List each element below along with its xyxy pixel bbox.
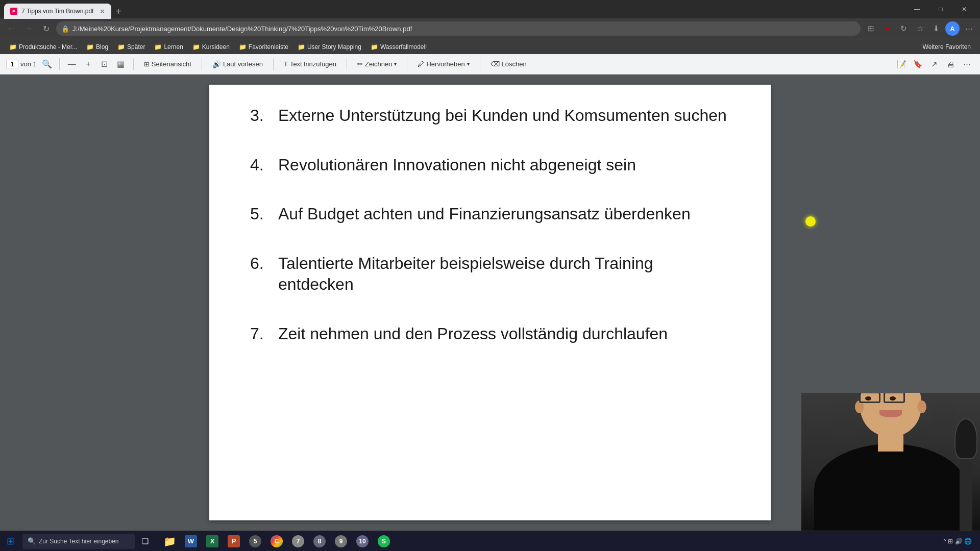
item-text: Revolutionären Innovationen nicht abgene… xyxy=(278,155,636,176)
refresh-nav-button[interactable]: ↻ xyxy=(896,21,911,36)
app5[interactable]: 5 xyxy=(245,531,265,552)
file-explorer-icon: 📁 xyxy=(163,535,176,547)
taskbar-search-icon: 🔍 xyxy=(28,537,36,545)
bookmark-spaeter[interactable]: 📁 Später xyxy=(113,42,149,52)
pdf-view-mode-button[interactable]: ▦ xyxy=(115,58,127,70)
pdf-list: 3. Externe Unterstützung bei Kunden und … xyxy=(250,105,730,345)
file-explorer-app[interactable]: 📁 xyxy=(159,531,180,552)
pdf-more-button[interactable]: ⋯ xyxy=(960,57,974,71)
read-aloud-icon: 🔊 xyxy=(212,60,221,68)
separator-6 xyxy=(407,58,407,70)
separator-5 xyxy=(347,58,347,70)
forward-button[interactable]: → xyxy=(21,21,36,36)
bookmark-wasserfallmodell[interactable]: 📁 Wasserfallmodell xyxy=(366,42,431,52)
tab-title: 7 Tipps von Tim Brown.pdf xyxy=(21,8,93,15)
back-button[interactable]: ← xyxy=(4,21,18,36)
refresh-button[interactable]: ↻ xyxy=(39,21,53,36)
pdf-share-button[interactable]: ↗ xyxy=(927,57,941,71)
highlight-button[interactable]: 🖊 Hervorheben ▾ xyxy=(413,58,473,70)
word-icon: W xyxy=(185,535,197,547)
app7[interactable]: 7 xyxy=(288,531,308,552)
active-tab[interactable]: P 7 Tipps von Tim Brown.pdf ✕ xyxy=(4,4,111,19)
tab-bar: P 7 Tipps von Tim Brown.pdf ✕ + xyxy=(4,0,901,18)
bookmark-label: Wasserfallmodell xyxy=(380,43,427,51)
star-button[interactable]: ☆ xyxy=(913,21,927,36)
read-aloud-label: Laut vorlesen xyxy=(223,60,263,68)
chrome-app[interactable]: C xyxy=(266,531,287,552)
extensions-button[interactable]: ⊞ xyxy=(864,21,878,36)
close-button[interactable]: ✕ xyxy=(952,0,976,18)
draw-button[interactable]: ✏ Zeichnen ▾ xyxy=(353,58,401,70)
taskview-button[interactable]: ❑ xyxy=(135,531,155,552)
pdf-print-button[interactable]: 🖨 xyxy=(943,57,958,71)
pdf-bookmark-btn[interactable]: 🔖 xyxy=(911,57,925,71)
add-text-button[interactable]: T Text hinzufügen xyxy=(280,58,340,70)
nav-bar: ← → ↻ 🔒 J:/Meine%20Kurse/Projektmanageme… xyxy=(0,18,980,39)
pageview-label: Seitenansicht xyxy=(152,60,191,68)
pdf-search-button[interactable]: 🔍 xyxy=(41,58,53,70)
excel-icon: X xyxy=(206,535,218,547)
app9[interactable]: 9 xyxy=(331,531,351,552)
taskbar-search[interactable]: 🔍 Zur Suche Text hier eingeben xyxy=(22,534,135,549)
app10[interactable]: 10 xyxy=(352,531,373,552)
system-tray: ^ ⊞ 🔊 🌐 xyxy=(939,538,976,545)
pdf-zoom-in-button[interactable]: + xyxy=(82,58,94,70)
powerpoint-icon: P xyxy=(228,535,240,547)
bookmarks-bar: 📁 Produktsuche - Mer... 📁 Blog 📁 Später … xyxy=(0,39,980,54)
highlight-chevron-icon: ▾ xyxy=(467,61,470,67)
excel-app[interactable]: X xyxy=(202,531,223,552)
erase-label: Löschen xyxy=(502,60,527,68)
app10-icon: 10 xyxy=(356,535,369,547)
item-text: Auf Budget achten und Finanzierungsansat… xyxy=(278,204,691,225)
pdf-fit-button[interactable]: ⊡ xyxy=(99,58,111,70)
spotify-icon: S xyxy=(378,535,390,547)
bookmarks-more-button[interactable]: Weitere Favoriten xyxy=(919,42,975,52)
profile-button[interactable]: A xyxy=(945,21,960,36)
word-app[interactable]: W xyxy=(181,531,201,552)
bookmark-label: Später xyxy=(127,43,145,51)
save-button[interactable]: ⬇ xyxy=(929,21,943,36)
bookmark-blog[interactable]: 📁 Blog xyxy=(82,42,112,52)
bookmark-kursideen[interactable]: 📁 Kursideen xyxy=(188,42,234,52)
taskview-icon: ❑ xyxy=(142,537,149,546)
zoom-button[interactable]: ● xyxy=(880,21,894,36)
minimize-button[interactable]: — xyxy=(905,0,929,18)
draw-chevron-icon: ▾ xyxy=(394,61,397,67)
separator-1 xyxy=(59,58,60,70)
bookmark-user-story-mapping[interactable]: 📁 User Story Mapping xyxy=(293,42,365,52)
new-tab-button[interactable]: + xyxy=(111,4,126,18)
address-text: J:/Meine%20Kurse/Projektmanagement/Dokum… xyxy=(72,25,855,33)
powerpoint-app[interactable]: P xyxy=(224,531,244,552)
highlight-icon: 🖊 xyxy=(418,60,424,68)
tab-close-button[interactable]: ✕ xyxy=(100,8,105,15)
pdf-add-note-button[interactable]: 📝 xyxy=(894,57,909,71)
pdf-page-total: von 1 xyxy=(20,60,37,68)
pdf-zoom-out-button[interactable]: — xyxy=(66,58,78,70)
taskbar-search-placeholder: Zur Suche Text hier eingeben xyxy=(39,538,119,545)
pdf-toolbar-right: 📝 🔖 ↗ 🖨 ⋯ xyxy=(894,57,974,71)
pdf-page-view-button[interactable]: ⊞ Seitenansicht xyxy=(140,58,195,70)
browser-window: P 7 Tipps von Tim Brown.pdf ✕ + — □ ✕ ← … xyxy=(0,0,980,531)
app8[interactable]: 8 xyxy=(309,531,330,552)
erase-button[interactable]: ⌫ Löschen xyxy=(486,58,531,70)
pdf-page-input[interactable] xyxy=(6,60,18,68)
item-text: Zeit nehmen und den Prozess vollständig … xyxy=(278,323,668,345)
pdf-page: 3. Externe Unterstützung bei Kunden und … xyxy=(209,85,771,520)
bookmark-label: Favoritenleiste xyxy=(249,43,288,51)
lock-icon: 🔒 xyxy=(61,25,69,33)
app9-icon: 9 xyxy=(335,535,347,547)
list-item: 5. Auf Budget achten und Finanzierungsan… xyxy=(250,204,730,225)
address-bar[interactable]: 🔒 J:/Meine%20Kurse/Projektmanagement/Dok… xyxy=(56,21,861,36)
list-item: 7. Zeit nehmen und den Prozess vollständ… xyxy=(250,323,730,345)
bookmark-produktsuche[interactable]: 📁 Produktsuche - Mer... xyxy=(5,42,81,52)
folder-icon: 📁 xyxy=(154,43,162,51)
spotify-app[interactable]: S xyxy=(374,531,394,552)
folder-icon: 📁 xyxy=(86,43,94,51)
title-bar: P 7 Tipps von Tim Brown.pdf ✕ + — □ ✕ xyxy=(0,0,980,18)
start-button[interactable]: ⊞ xyxy=(0,531,20,552)
settings-button[interactable]: ⋯ xyxy=(962,21,976,36)
bookmark-favoritenleiste[interactable]: 📁 Favoritenleiste xyxy=(235,42,292,52)
bookmark-lernen[interactable]: 📁 Lernen xyxy=(150,42,187,52)
read-aloud-button[interactable]: 🔊 Laut vorlesen xyxy=(208,58,267,70)
maximize-button[interactable]: □ xyxy=(929,0,952,18)
